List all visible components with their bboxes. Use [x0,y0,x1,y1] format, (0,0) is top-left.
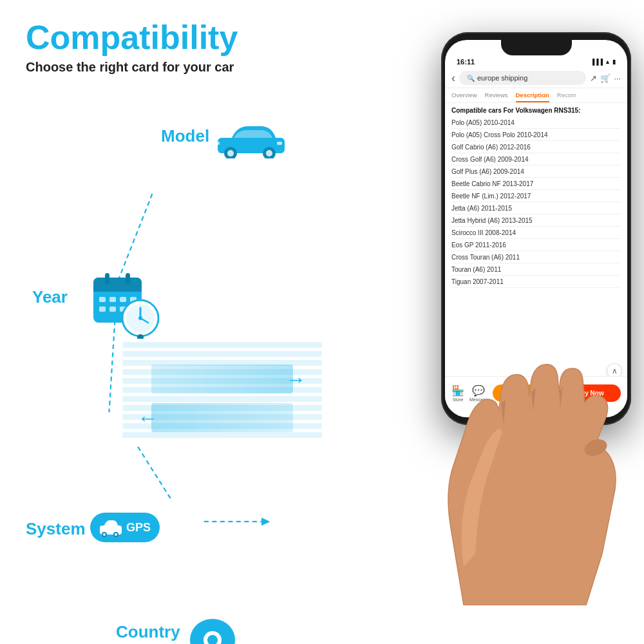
phone-notch [501,40,572,55]
share-icon[interactable]: ↗ [590,73,597,83]
tab-recom[interactable]: Recom [557,91,576,102]
search-icon: 🔍 [467,75,475,82]
signal-icon: ▐▐▐ [591,59,603,65]
location-svg [184,616,242,644]
svg-point-33 [103,533,106,536]
svg-rect-10 [277,142,282,145]
tab-bar: Overview Reviews Description Recom [445,88,627,103]
nav-bar: ‹ 🔍 europe shipping ↗ 🛒 ··· [445,68,627,88]
year-label: Year [32,287,68,307]
list-item: Scirocco III 2008-2014 [451,227,621,239]
svg-rect-21 [99,307,106,312]
status-time: 16:11 [457,58,475,66]
list-item: Golf Cabrio (A6) 2012-2016 [451,141,621,153]
list-item: Beetle Cabrio NF 2013-2017 [451,178,621,190]
arrow-right [151,365,293,393]
svg-rect-22 [109,307,116,312]
list-item: Eos GP 2011-2016 [451,239,621,251]
list-item: Cross Touran (A6) 2011 [451,251,621,263]
gps-icon: GPS [90,513,160,542]
svg-point-7 [227,150,234,156]
svg-rect-15 [105,273,109,284]
svg-rect-19 [120,297,126,302]
tab-overview[interactable]: Overview [451,91,477,102]
list-item: Jetta Hybrid (A6) 2013-2015 [451,214,621,227]
more-icon[interactable]: ··· [614,73,621,83]
system-label: System [26,519,86,539]
search-text: europe shipping [477,74,527,82]
arrow-left [151,403,293,432]
cart-icon[interactable]: 🛒 [600,73,611,83]
list-item: Tiguan 2007-2011 [451,276,621,288]
svg-rect-14 [93,285,142,292]
wifi-icon: ▲ [605,59,611,65]
svg-marker-4 [261,518,270,526]
car-icon [213,120,290,161]
tab-reviews[interactable]: Reviews [485,91,508,102]
location-icon [184,616,242,644]
list-item: Touran (A6) 2011 [451,263,621,276]
content-header: Compatible cars For Volkswagen RNS315: [451,107,621,114]
svg-point-9 [266,150,272,156]
diagram-area: Model Year [26,113,348,596]
svg-point-29 [138,316,142,320]
page-subtitle: Choose the right card for your car [26,60,348,75]
gps-text: GPS [126,521,151,535]
search-box[interactable]: 🔍 europe shipping [459,71,586,85]
back-button[interactable]: ‹ [451,71,455,85]
list-item: Cross Golf (A6) 2009-2014 [451,153,621,166]
svg-rect-16 [126,273,130,284]
list-item: Polo (A05) 2010-2014 [451,117,621,129]
list-item: Golf Plus (A6) 2009-2014 [451,166,621,178]
gps-car-svg [99,518,122,537]
calendar-clock-icon [90,268,161,341]
battery-icon: ▮ [612,59,616,65]
svg-rect-17 [99,297,106,302]
car-svg [213,120,290,158]
status-icons: ▐▐▐ ▲ ▮ [591,59,616,65]
gps-badge: GPS [90,513,160,542]
hand-svg [431,296,644,605]
left-panel: Compatibility Choose the right card for … [0,0,374,644]
country-label: Country [116,622,180,642]
nav-action-icons: ↗ 🛒 ··· [590,73,621,83]
stripes-background [122,342,322,451]
content-list: Compatible cars For Volkswagen RNS315: P… [445,103,627,292]
list-item: Jetta (A6) 2011-2015 [451,202,621,214]
svg-rect-11 [214,142,220,145]
tab-description[interactable]: Description [516,91,549,102]
calendar-svg [90,268,161,339]
svg-point-35 [115,533,117,536]
svg-rect-18 [109,297,116,302]
list-item: Beetle NF (Lim.) 2012-2017 [451,190,621,202]
svg-line-2 [138,447,173,502]
list-item: Polo (A05) Cross Polo 2010-2014 [451,129,621,141]
page-title: Compatibility [26,19,348,56]
phone-container: 16:11 ▐▐▐ ▲ ▮ ‹ 🔍 europe shipping ↗ 🛒 ··… [406,32,644,592]
model-label: Model [161,126,209,146]
